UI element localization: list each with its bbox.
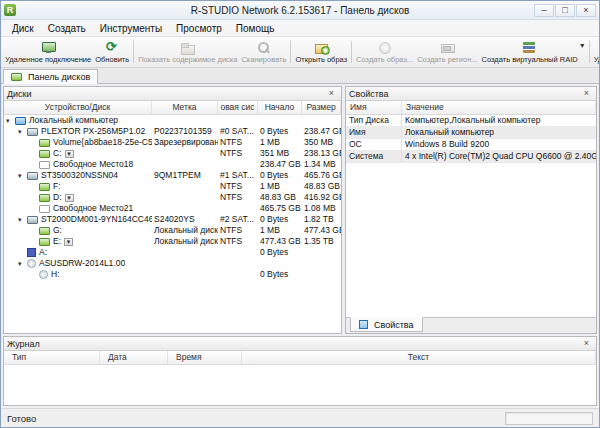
drive-icon (27, 172, 38, 180)
menu-item[interactable]: Создать (41, 22, 93, 35)
toolbar-button-open-image[interactable]: Открыть образ (293, 38, 349, 66)
column-header-name[interactable]: Имя (346, 101, 402, 114)
cell-fs: NTFS (218, 192, 258, 203)
log-panel-header: Журнал × (4, 337, 596, 351)
column-header[interactable]: Тип (4, 351, 100, 364)
refresh-icon (105, 41, 120, 54)
device-name: H: (51, 269, 60, 280)
tree-row[interactable]: Свободное Место18238.47 GB1.34 MB (4, 159, 341, 170)
column-header[interactable]: овая сис (218, 101, 258, 114)
tree-row[interactable]: ▾Локальный компьютер (4, 115, 341, 126)
tree-row[interactable]: A:0 Bytes (4, 247, 341, 258)
tree-row[interactable]: Volume{ab8bae18-25e-C5e...Зарезервирован… (4, 137, 341, 148)
tree-row[interactable]: ▾ST2000DM001-9YN164CC46S24020YS#2 SAT...… (4, 214, 341, 225)
property-row[interactable]: Система4 x Intel(R) Core(TM)2 Quad CPU Q… (346, 151, 596, 163)
close-button[interactable]: × (576, 4, 596, 17)
tree-row[interactable]: F:NTFS1 MB48.83 GB (4, 181, 341, 192)
disks-column-headers: Устройство/ДискМеткаовая сисНачалоРазмер (4, 101, 341, 115)
tree-row[interactable]: Свободное Место21465.75 GB1.08 MB (4, 203, 341, 214)
device-name: Volume{ab8bae18-25e-C5e... (53, 137, 152, 148)
property-row[interactable]: ОСWindows 8 Build 9200 (346, 139, 596, 151)
column-header[interactable]: Размер (302, 101, 341, 114)
log-panel-title: Журнал (7, 339, 40, 349)
tree-row[interactable]: H:0 Bytes (4, 269, 341, 280)
expand-arrow-icon[interactable]: ▾ (6, 116, 15, 125)
toolbar-button-create-image[interactable]: Создать образ... (354, 38, 415, 66)
volume-dropdown-icon[interactable]: ▼ (65, 194, 74, 202)
drive-icon (27, 128, 38, 136)
toolbar-button-delete[interactable]: Удалить (592, 38, 599, 66)
properties-panel-close-icon[interactable]: × (580, 88, 593, 99)
tab-properties[interactable]: Свойства (350, 317, 423, 332)
properties-icon (359, 320, 368, 329)
device-cell: C:▼ (4, 148, 152, 159)
menu-item[interactable]: Инструменты (93, 22, 169, 35)
tree-row[interactable]: ▾PLEXTOR PX-256M5P1.02P02237101359#0 SAT… (4, 126, 341, 137)
cell-start: 48.83 GB (258, 192, 302, 203)
title-bar[interactable]: R R-STUDIO Network 6.2.153617 - Панель д… (1, 1, 599, 20)
volume-dropdown-icon[interactable]: ▼ (65, 150, 74, 158)
expand-arrow-icon[interactable]: ▾ (18, 171, 27, 180)
log-panel-close-icon[interactable]: × (580, 338, 593, 349)
volume-dropdown-icon[interactable]: ▼ (64, 238, 73, 246)
cell-size: 238.47 GB (302, 126, 341, 137)
tree-row[interactable]: ▾ASUSDRW-2014L1.00 (4, 258, 341, 269)
toolbar-button-create-raid[interactable]: Создать виртуальный RAID▼ (480, 38, 587, 66)
tree-row[interactable]: E:▼Локальный дискNTFS477.43 GB1.35 TB (4, 236, 341, 247)
column-header[interactable]: Время (168, 351, 242, 364)
property-name: Имя (346, 127, 402, 138)
menu-item[interactable]: Просмотр (169, 22, 229, 35)
status-bar: Готово (1, 408, 599, 427)
create-region-icon (440, 41, 455, 54)
create-image-icon (377, 41, 392, 54)
properties-panel: Свойства × Имя Значение Тип ДискаКомпьют… (345, 86, 597, 334)
toolbar-button-create-region[interactable]: Создать регион... (415, 38, 479, 66)
toolbar-button-refresh[interactable]: Обновить (93, 38, 131, 66)
device-cell: ▾ST2000DM001-9YN164CC46 (4, 214, 152, 225)
tree-row[interactable]: G:Локальный дискNTFS1 MB477.43 GB (4, 225, 341, 236)
toolbar-button-label: Показать содержимое диска (138, 55, 237, 64)
device-cell: F: (4, 181, 152, 192)
column-header[interactable]: Метка (152, 101, 218, 114)
disks-panel-close-icon[interactable]: × (325, 88, 338, 99)
tree-row[interactable]: D:▼NTFS48.83 GB416.92 GB (4, 192, 341, 203)
disks-panel-header: Диски × (4, 87, 341, 101)
column-header[interactable]: Устройство/Диск (4, 101, 152, 114)
drive-icon (27, 216, 38, 224)
property-row[interactable]: Тип ДискаКомпьютер,Локальный компьютер (346, 115, 596, 127)
column-header[interactable]: Текст (242, 351, 596, 364)
tree-row[interactable]: ▾ST3500320NSSN049QM1TPEM#1 SAT...0 Bytes… (4, 170, 341, 181)
cell-label: Зарезервирован... (152, 137, 218, 148)
toolbar-button-remote-connection[interactable]: Удаленное подключение (3, 38, 93, 66)
cell-start: 0 Bytes (258, 269, 302, 280)
menu-item[interactable]: Диск (5, 22, 41, 35)
cell-start: 351 MB (258, 148, 302, 159)
toolbar-button-scan[interactable]: Сканировать (239, 38, 288, 66)
cell-fs: #2 SAT... (218, 214, 258, 225)
expand-arrow-icon[interactable]: ▾ (18, 215, 27, 224)
property-name: Система (346, 151, 402, 162)
tree-row[interactable]: C:▼NTFS351 MB238.13 GB (4, 148, 341, 159)
menu-item[interactable]: Помощь (229, 22, 282, 35)
device-name: Свободное Место18 (53, 159, 133, 170)
show-contents-icon (180, 41, 195, 54)
maximize-button[interactable]: □ (555, 4, 575, 17)
column-header-value[interactable]: Значение (402, 101, 596, 114)
column-header[interactable]: Дата (100, 351, 168, 364)
toolbar-button-label: Удаленное подключение (5, 55, 91, 64)
property-row[interactable]: ИмяЛокальный компьютер (346, 127, 596, 139)
toolbar-button-show-contents[interactable]: Показать содержимое диска (136, 38, 239, 66)
device-name: E: (53, 236, 61, 247)
expand-arrow-icon[interactable]: ▾ (18, 127, 27, 136)
chevron-down-icon[interactable]: ▼ (579, 42, 586, 49)
column-header[interactable]: Начало (258, 101, 302, 114)
cell-start: 465.75 GB (258, 203, 302, 214)
bottom-tab-strip: Свойства (346, 317, 596, 333)
main-area: Диски × Устройство/ДискМеткаовая сисНача… (1, 84, 599, 336)
minimize-button[interactable]: – (534, 4, 554, 17)
expand-arrow-icon[interactable]: ▾ (18, 259, 27, 268)
cell-fs: NTFS (218, 137, 258, 148)
tab-disk-panel[interactable]: Панель дисков (3, 69, 98, 84)
cell-size: 416.92 GB (302, 192, 341, 203)
device-name: D: (53, 192, 62, 203)
